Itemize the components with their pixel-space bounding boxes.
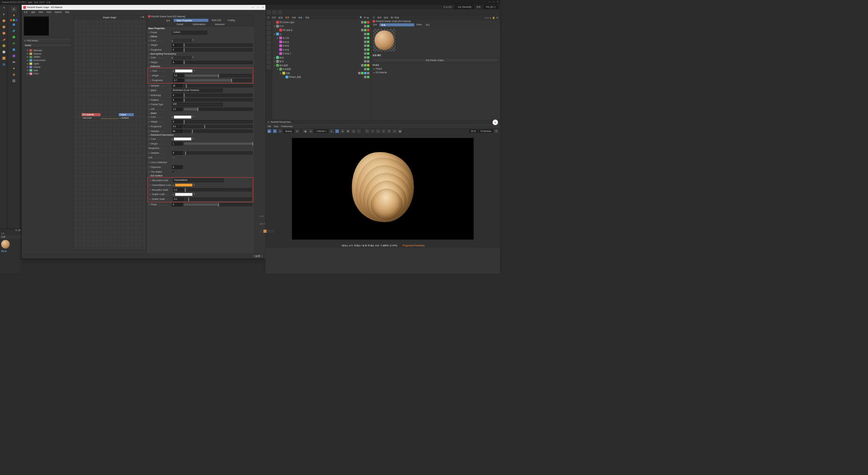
sg-maximize-icon[interactable]: □ [257,6,259,8]
attr-menu-userdata[interactable]: 用户数据 [391,16,399,19]
camera-icon[interactable] [11,59,17,65]
subdiv-icon[interactable] [11,34,17,40]
brdf-select[interactable]: Beckmann (Cook-Torrance) [172,89,223,92]
section-reflection[interactable]: Reflection [147,65,254,68]
obj-tool-icon[interactable] [267,45,271,50]
nav-back-icon[interactable]: ◂ [485,16,486,19]
rv-aov-prev-icon[interactable]: ◂ [309,129,313,133]
apply-button[interactable]: 应用 [252,254,263,258]
rv-refresh-icon[interactable]: ⟳ [278,129,282,133]
spline-icon[interactable] [1,37,6,42]
eyedropper-icon[interactable]: ✎ [192,137,195,140]
sg-menu-tools[interactable]: Tools [46,11,51,13]
reflection-roughness[interactable] [173,79,184,82]
cube2-icon[interactable] [1,24,6,30]
node-space-select[interactable]: 当前 (Redshift) [455,5,474,9]
attr-menu-edit[interactable]: 编辑 [384,16,388,19]
eyedropper-icon[interactable]: ✎ [193,184,196,187]
object-item[interactable]: 径向域.1 [273,52,370,56]
gear-icon[interactable] [11,13,17,18]
obj-tool-icon[interactable] [267,40,271,45]
eyedropper-icon[interactable]: ✎ [193,193,196,196]
bg-icon[interactable] [260,230,263,233]
rv-icon[interactable]: ○ [357,129,361,133]
scatter-scale[interactable] [173,197,184,201]
sg-close-icon[interactable]: ✕ [262,6,264,8]
object-item[interactable]: RS 摄像机 [273,28,370,32]
object-item[interactable]: ▾空白 [273,24,370,28]
scatter-color[interactable] [175,193,193,196]
obj-tool-icon[interactable] [267,55,271,59]
obj-menu-objects[interactable]: 对象 [292,16,296,19]
rv-icon[interactable]: ◎ [351,129,356,133]
rv-icon[interactable]: ⤢ [371,129,375,133]
pen-icon[interactable] [11,28,17,34]
material-preview[interactable] [373,28,396,52]
anisotropy[interactable] [172,93,183,97]
sg-menu-view[interactable]: View [38,11,43,13]
backlight-weight[interactable] [172,61,183,64]
magnet-icon[interactable] [11,72,17,77]
sheen-roughness[interactable] [172,125,183,128]
refraction-color[interactable] [174,137,192,140]
filter-icon[interactable]: ▤ [367,16,369,19]
link-reflection-checkbox[interactable] [172,161,174,164]
node-rs-port[interactable]: Out Color [81,116,100,119]
rv-icon[interactable]: ⎘ [387,129,391,133]
subtab-overall[interactable]: Overall [174,23,186,27]
create-tab[interactable]: 创建 [0,235,21,239]
renderview-viewport[interactable] [265,134,500,244]
diffuse-weight-slider[interactable] [183,43,252,46]
obj-tool-icon[interactable] [267,26,271,30]
close-icon[interactable]: ✕ [497,0,498,3]
obj-menu-edit[interactable]: 编辑 [278,16,283,19]
rv-menu-prefs[interactable]: Preferences [281,125,293,128]
node-category[interactable]: ⊞Textures [24,52,71,55]
rv-grid-icon[interactable]: ⊞ [340,129,345,133]
lock-icon[interactable]: 🔒 [492,16,495,19]
select-icon[interactable] [1,12,6,17]
minimize-icon[interactable]: — [489,0,491,3]
attr-node-output[interactable]: ▸ Output [371,67,500,71]
obj-tool-icon[interactable] [267,50,271,55]
axis-x-icon[interactable] [10,19,12,21]
phase[interactable] [172,203,183,206]
fresnel-select[interactable]: IOR [172,103,223,106]
section-backlight[interactable]: Back-lighting/Translucency [147,52,254,55]
diffuse-weight[interactable] [172,43,183,47]
canvas-tool-icons[interactable]: ⤢ ⊞ [140,16,144,18]
sheen-weight[interactable] [172,120,183,124]
deform-icon[interactable] [1,62,6,67]
bg-icon[interactable] [263,230,267,233]
object-item[interactable]: Retopo_圆盘 [273,75,370,79]
node-category[interactable]: ⊞Volume [24,65,71,69]
section-subsurface[interactable]: Sub-Surface [147,174,254,177]
search-icon[interactable]: 🔍 [360,16,362,19]
bg-icon[interactable] [271,230,274,233]
sphere-s-icon[interactable]: S [1,43,6,49]
undo-icon[interactable] [1,5,6,11]
rv-icon[interactable]: ⊡ [335,129,339,133]
node-category[interactable]: ⊞Environment [24,59,71,62]
toolbar-icon[interactable] [267,10,271,15]
field-icon[interactable] [11,47,17,52]
thin-walled-checkbox[interactable] [172,171,174,173]
dispersion[interactable] [172,165,183,169]
tab-basic[interactable]: 基本 [163,19,173,23]
object-item[interactable]: 球体域 [273,44,370,48]
attr-tab-assign[interactable]: 指定 [424,23,432,27]
sheen-samples[interactable] [172,129,183,133]
sg-menu-edit[interactable]: 编辑 [31,11,36,14]
transmittance-color[interactable] [175,184,193,187]
tab-multi-sss[interactable]: Multi-SSS [209,19,224,23]
obj-menu-bookmarks[interactable]: 书签 [305,16,310,19]
cloner-icon[interactable] [11,41,17,46]
attenuation-select[interactable]: Transmittance [173,178,224,182]
cube-icon[interactable] [1,18,6,23]
rv-channel-select[interactable]: Beauty [283,130,294,133]
obj-tool-icon[interactable] [267,65,271,69]
reflection-color[interactable] [175,69,193,72]
move-icon[interactable] [11,7,17,12]
axis-y-icon[interactable] [13,19,15,21]
rv-icon[interactable]: ✱ [346,129,350,133]
